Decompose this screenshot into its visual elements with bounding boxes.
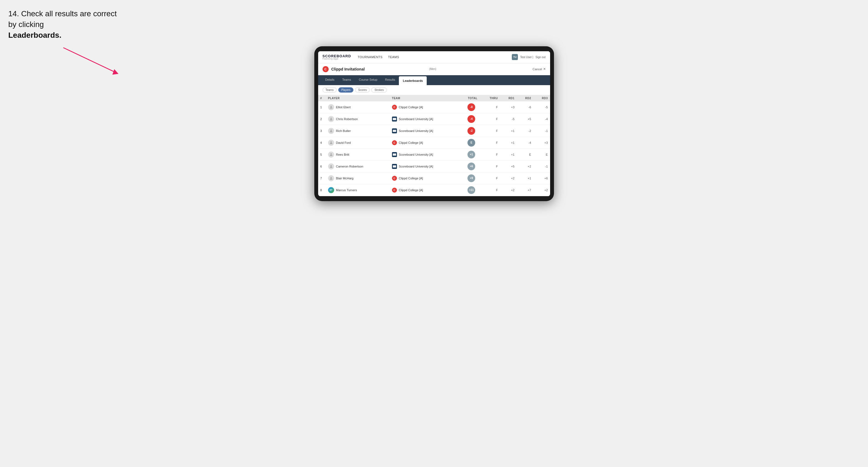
cell-rd1: +1 bbox=[500, 125, 517, 137]
score-badge: +6 bbox=[467, 162, 475, 170]
leaderboard-table: # PLAYER TEAM TOTAL THRU RD1 RD2 RD3 1El… bbox=[318, 95, 550, 196]
player-name: Cameron Robertson bbox=[336, 165, 363, 168]
cell-rd3: -5 bbox=[533, 101, 550, 113]
player-name: David Ford bbox=[336, 141, 351, 144]
table-row: 6Cameron RobertsonScoreboard University … bbox=[318, 160, 550, 172]
svg-point-5 bbox=[330, 141, 332, 143]
cell-team: Scoreboard University [A] bbox=[390, 149, 463, 160]
filter-strokes[interactable]: Strokes bbox=[371, 87, 387, 93]
cell-thru: F bbox=[479, 113, 500, 125]
cell-team: Scoreboard University [A] bbox=[390, 113, 463, 125]
tournament-icon: C bbox=[322, 66, 329, 72]
team-name: Clippd College [A] bbox=[399, 105, 423, 109]
svg-point-7 bbox=[330, 165, 332, 166]
cell-player: Cameron Robertson bbox=[326, 160, 390, 172]
logo-text: SCOREBOARD bbox=[322, 54, 351, 58]
cell-player: Elliot Ebert bbox=[326, 101, 390, 113]
cell-team: Scoreboard University [A] bbox=[390, 125, 463, 137]
cell-rd1: +5 bbox=[500, 160, 517, 172]
cell-player: Chris Robertson bbox=[326, 113, 390, 125]
score-badge: +9 bbox=[467, 175, 475, 182]
team-name: Scoreboard University [A] bbox=[399, 165, 433, 168]
table-row: 8MTMarcus TurnersCClippd College [A]+11F… bbox=[318, 184, 550, 196]
score-badge: -8 bbox=[467, 103, 475, 111]
cell-total: -8 bbox=[463, 101, 479, 113]
nav-tournaments[interactable]: TOURNAMENTS bbox=[358, 54, 382, 60]
arrow-annotation bbox=[61, 45, 124, 81]
cell-rank: 7 bbox=[318, 172, 326, 184]
table-body: 1Elliot EbertCClippd College [A]-8F+3-6-… bbox=[318, 101, 550, 196]
filter-teams[interactable]: Teams bbox=[322, 87, 337, 93]
cell-rd2: -2 bbox=[517, 125, 533, 137]
tab-course-setup[interactable]: Course Setup bbox=[355, 75, 381, 85]
top-nav: SCOREBOARD Powered by clippd TOURNAMENTS… bbox=[318, 51, 550, 63]
svg-point-3 bbox=[330, 118, 332, 119]
nav-teams[interactable]: TEAMS bbox=[388, 54, 399, 60]
cell-rd2: E bbox=[517, 149, 533, 160]
tab-leaderboards[interactable]: Leaderboards bbox=[399, 76, 427, 85]
tablet-screen: SCOREBOARD Powered by clippd TOURNAMENTS… bbox=[318, 51, 550, 196]
svg-point-6 bbox=[330, 153, 332, 155]
cell-thru: F bbox=[479, 101, 500, 113]
table-row: 2Chris RobertsonScoreboard University [A… bbox=[318, 113, 550, 125]
cell-rd3: +6 bbox=[533, 172, 550, 184]
score-badge: -4 bbox=[467, 115, 475, 123]
svg-point-8 bbox=[330, 177, 332, 178]
score-badge: -2 bbox=[467, 127, 475, 135]
team-name: Clippd College [A] bbox=[399, 188, 423, 192]
cell-rd2: +5 bbox=[517, 113, 533, 125]
cell-total: +9 bbox=[463, 172, 479, 184]
cell-total: -2 bbox=[463, 125, 479, 137]
team-name: Clippd College [A] bbox=[399, 177, 423, 180]
cell-player: Blair McHarg bbox=[326, 172, 390, 184]
cell-rd3: E bbox=[533, 149, 550, 160]
cell-total: +1 bbox=[463, 149, 479, 160]
filter-row: Teams Players Scores Strokes bbox=[318, 85, 550, 95]
logo-area: SCOREBOARD Powered by clippd bbox=[322, 54, 351, 60]
filter-players[interactable]: Players bbox=[338, 87, 353, 93]
sign-out-link[interactable]: Sign out bbox=[535, 56, 546, 59]
tab-details[interactable]: Details bbox=[321, 75, 339, 85]
table-row: 7Blair McHargCClippd College [A]+9F+2+1+… bbox=[318, 172, 550, 184]
col-rd3: RD3 bbox=[533, 95, 550, 101]
cell-thru: F bbox=[479, 160, 500, 172]
nav-links: TOURNAMENTS TEAMS bbox=[358, 54, 512, 60]
player-name: Rich Butler bbox=[336, 129, 351, 132]
tab-results[interactable]: Results bbox=[381, 75, 399, 85]
filter-scores[interactable]: Scores bbox=[355, 87, 370, 93]
cell-thru: F bbox=[479, 125, 500, 137]
cell-rd3: -4 bbox=[533, 113, 550, 125]
cell-player: Rich Butler bbox=[326, 125, 390, 137]
tab-teams[interactable]: Teams bbox=[338, 75, 355, 85]
cancel-button[interactable]: Cancel ✕ bbox=[532, 67, 546, 71]
cell-rank: 6 bbox=[318, 160, 326, 172]
cell-player: Rees Britt bbox=[326, 149, 390, 160]
cell-team: CClippd College [A] bbox=[390, 137, 463, 149]
team-name: Clippd College [A] bbox=[399, 141, 423, 144]
table-row: 5Rees BrittScoreboard University [A]+1F+… bbox=[318, 149, 550, 160]
tournament-badge: (Men) bbox=[429, 67, 436, 70]
cell-rank: 8 bbox=[318, 184, 326, 196]
col-rd1: RD1 bbox=[500, 95, 517, 101]
cell-rank: 3 bbox=[318, 125, 326, 137]
score-badge: +1 bbox=[467, 151, 475, 158]
table-row: 1Elliot EbertCClippd College [A]-8F+3-6-… bbox=[318, 101, 550, 113]
cell-rd1: +1 bbox=[500, 149, 517, 160]
col-thru: THRU bbox=[479, 95, 500, 101]
device-wrapper: SCOREBOARD Powered by clippd TOURNAMENTS… bbox=[8, 46, 860, 201]
score-badge: E bbox=[467, 139, 475, 147]
logo-sub: Powered by clippd bbox=[322, 58, 351, 60]
svg-point-4 bbox=[330, 129, 332, 131]
cell-rd3: -1 bbox=[533, 160, 550, 172]
cell-team: CClippd College [A] bbox=[390, 172, 463, 184]
cell-rd1: +1 bbox=[500, 137, 517, 149]
cell-rank: 1 bbox=[318, 101, 326, 113]
cell-thru: F bbox=[479, 149, 500, 160]
team-name: Scoreboard University [A] bbox=[399, 117, 433, 121]
team-name: Scoreboard University [A] bbox=[399, 129, 433, 132]
cell-thru: F bbox=[479, 172, 500, 184]
tournament-header: C Clippd Invitational (Men) Cancel ✕ bbox=[318, 63, 550, 75]
cell-rd2: -6 bbox=[517, 101, 533, 113]
cell-rd3: +2 bbox=[533, 184, 550, 196]
cell-total: E bbox=[463, 137, 479, 149]
